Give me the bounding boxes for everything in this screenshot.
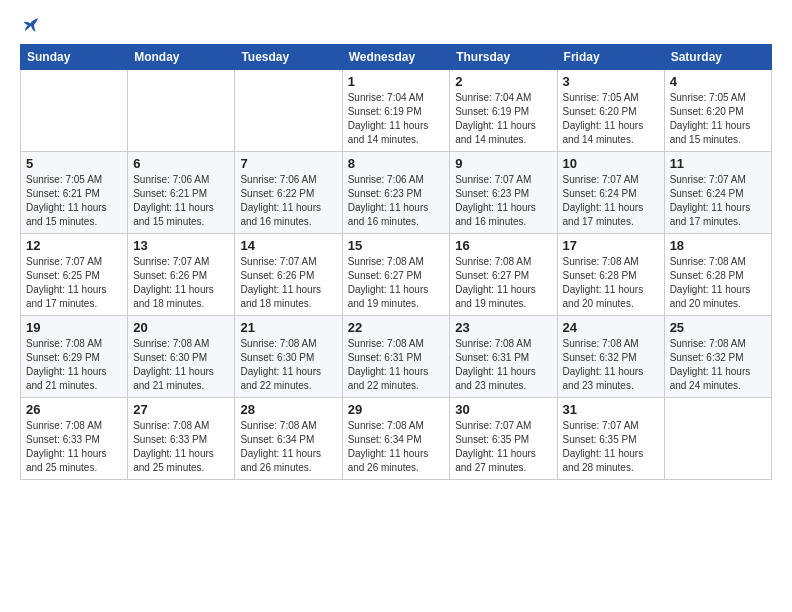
day-info: Sunrise: 7:08 AM Sunset: 6:29 PM Dayligh… (26, 337, 122, 393)
weekday-header-monday: Monday (128, 45, 235, 70)
week-row-5: 26Sunrise: 7:08 AM Sunset: 6:33 PM Dayli… (21, 398, 772, 480)
calendar-cell: 29Sunrise: 7:08 AM Sunset: 6:34 PM Dayli… (342, 398, 450, 480)
day-number: 25 (670, 320, 766, 335)
day-info: Sunrise: 7:08 AM Sunset: 6:34 PM Dayligh… (348, 419, 445, 475)
calendar-table: SundayMondayTuesdayWednesdayThursdayFrid… (20, 44, 772, 480)
calendar-cell: 20Sunrise: 7:08 AM Sunset: 6:30 PM Dayli… (128, 316, 235, 398)
calendar-cell: 7Sunrise: 7:06 AM Sunset: 6:22 PM Daylig… (235, 152, 342, 234)
day-info: Sunrise: 7:07 AM Sunset: 6:23 PM Dayligh… (455, 173, 551, 229)
calendar-cell: 28Sunrise: 7:08 AM Sunset: 6:34 PM Dayli… (235, 398, 342, 480)
day-info: Sunrise: 7:07 AM Sunset: 6:24 PM Dayligh… (563, 173, 659, 229)
weekday-header-wednesday: Wednesday (342, 45, 450, 70)
day-number: 9 (455, 156, 551, 171)
day-info: Sunrise: 7:07 AM Sunset: 6:26 PM Dayligh… (240, 255, 336, 311)
calendar-cell: 19Sunrise: 7:08 AM Sunset: 6:29 PM Dayli… (21, 316, 128, 398)
day-number: 31 (563, 402, 659, 417)
day-number: 19 (26, 320, 122, 335)
week-row-4: 19Sunrise: 7:08 AM Sunset: 6:29 PM Dayli… (21, 316, 772, 398)
day-info: Sunrise: 7:04 AM Sunset: 6:19 PM Dayligh… (348, 91, 445, 147)
day-info: Sunrise: 7:08 AM Sunset: 6:33 PM Dayligh… (133, 419, 229, 475)
calendar-cell: 12Sunrise: 7:07 AM Sunset: 6:25 PM Dayli… (21, 234, 128, 316)
day-number: 18 (670, 238, 766, 253)
calendar-cell: 22Sunrise: 7:08 AM Sunset: 6:31 PM Dayli… (342, 316, 450, 398)
day-info: Sunrise: 7:08 AM Sunset: 6:28 PM Dayligh… (670, 255, 766, 311)
day-info: Sunrise: 7:08 AM Sunset: 6:27 PM Dayligh… (348, 255, 445, 311)
day-number: 8 (348, 156, 445, 171)
calendar-cell (664, 398, 771, 480)
day-number: 11 (670, 156, 766, 171)
day-info: Sunrise: 7:05 AM Sunset: 6:20 PM Dayligh… (563, 91, 659, 147)
day-number: 30 (455, 402, 551, 417)
day-number: 7 (240, 156, 336, 171)
day-info: Sunrise: 7:04 AM Sunset: 6:19 PM Dayligh… (455, 91, 551, 147)
calendar-cell: 21Sunrise: 7:08 AM Sunset: 6:30 PM Dayli… (235, 316, 342, 398)
day-info: Sunrise: 7:08 AM Sunset: 6:31 PM Dayligh… (348, 337, 445, 393)
day-number: 5 (26, 156, 122, 171)
day-number: 28 (240, 402, 336, 417)
page-container: SundayMondayTuesdayWednesdayThursdayFrid… (0, 0, 792, 490)
weekday-header-thursday: Thursday (450, 45, 557, 70)
day-info: Sunrise: 7:06 AM Sunset: 6:21 PM Dayligh… (133, 173, 229, 229)
weekday-header-friday: Friday (557, 45, 664, 70)
calendar-cell: 4Sunrise: 7:05 AM Sunset: 6:20 PM Daylig… (664, 70, 771, 152)
day-number: 22 (348, 320, 445, 335)
day-number: 23 (455, 320, 551, 335)
day-number: 2 (455, 74, 551, 89)
day-number: 6 (133, 156, 229, 171)
day-info: Sunrise: 7:08 AM Sunset: 6:33 PM Dayligh… (26, 419, 122, 475)
day-info: Sunrise: 7:08 AM Sunset: 6:30 PM Dayligh… (133, 337, 229, 393)
day-number: 24 (563, 320, 659, 335)
calendar-cell: 5Sunrise: 7:05 AM Sunset: 6:21 PM Daylig… (21, 152, 128, 234)
calendar-cell: 11Sunrise: 7:07 AM Sunset: 6:24 PM Dayli… (664, 152, 771, 234)
day-info: Sunrise: 7:08 AM Sunset: 6:27 PM Dayligh… (455, 255, 551, 311)
day-info: Sunrise: 7:06 AM Sunset: 6:22 PM Dayligh… (240, 173, 336, 229)
calendar-cell: 31Sunrise: 7:07 AM Sunset: 6:35 PM Dayli… (557, 398, 664, 480)
calendar-cell: 25Sunrise: 7:08 AM Sunset: 6:32 PM Dayli… (664, 316, 771, 398)
day-info: Sunrise: 7:08 AM Sunset: 6:31 PM Dayligh… (455, 337, 551, 393)
day-number: 10 (563, 156, 659, 171)
calendar-cell: 6Sunrise: 7:06 AM Sunset: 6:21 PM Daylig… (128, 152, 235, 234)
day-info: Sunrise: 7:06 AM Sunset: 6:23 PM Dayligh… (348, 173, 445, 229)
calendar-cell: 1Sunrise: 7:04 AM Sunset: 6:19 PM Daylig… (342, 70, 450, 152)
logo-bird-icon (22, 16, 40, 34)
week-row-3: 12Sunrise: 7:07 AM Sunset: 6:25 PM Dayli… (21, 234, 772, 316)
calendar-cell (21, 70, 128, 152)
weekday-header-sunday: Sunday (21, 45, 128, 70)
calendar-cell: 9Sunrise: 7:07 AM Sunset: 6:23 PM Daylig… (450, 152, 557, 234)
day-number: 4 (670, 74, 766, 89)
day-info: Sunrise: 7:07 AM Sunset: 6:35 PM Dayligh… (455, 419, 551, 475)
day-number: 21 (240, 320, 336, 335)
calendar-cell: 14Sunrise: 7:07 AM Sunset: 6:26 PM Dayli… (235, 234, 342, 316)
day-info: Sunrise: 7:08 AM Sunset: 6:32 PM Dayligh… (563, 337, 659, 393)
weekday-header-tuesday: Tuesday (235, 45, 342, 70)
calendar-cell: 8Sunrise: 7:06 AM Sunset: 6:23 PM Daylig… (342, 152, 450, 234)
weekday-header-row: SundayMondayTuesdayWednesdayThursdayFrid… (21, 45, 772, 70)
calendar-cell: 23Sunrise: 7:08 AM Sunset: 6:31 PM Dayli… (450, 316, 557, 398)
day-info: Sunrise: 7:07 AM Sunset: 6:24 PM Dayligh… (670, 173, 766, 229)
day-number: 13 (133, 238, 229, 253)
calendar-cell: 3Sunrise: 7:05 AM Sunset: 6:20 PM Daylig… (557, 70, 664, 152)
calendar-cell: 2Sunrise: 7:04 AM Sunset: 6:19 PM Daylig… (450, 70, 557, 152)
calendar-cell: 13Sunrise: 7:07 AM Sunset: 6:26 PM Dayli… (128, 234, 235, 316)
day-number: 3 (563, 74, 659, 89)
day-info: Sunrise: 7:05 AM Sunset: 6:21 PM Dayligh… (26, 173, 122, 229)
day-number: 29 (348, 402, 445, 417)
day-info: Sunrise: 7:07 AM Sunset: 6:26 PM Dayligh… (133, 255, 229, 311)
day-number: 27 (133, 402, 229, 417)
week-row-2: 5Sunrise: 7:05 AM Sunset: 6:21 PM Daylig… (21, 152, 772, 234)
logo (20, 16, 40, 34)
day-info: Sunrise: 7:08 AM Sunset: 6:28 PM Dayligh… (563, 255, 659, 311)
calendar-cell: 27Sunrise: 7:08 AM Sunset: 6:33 PM Dayli… (128, 398, 235, 480)
day-info: Sunrise: 7:07 AM Sunset: 6:35 PM Dayligh… (563, 419, 659, 475)
calendar-cell: 18Sunrise: 7:08 AM Sunset: 6:28 PM Dayli… (664, 234, 771, 316)
calendar-cell (128, 70, 235, 152)
day-number: 17 (563, 238, 659, 253)
weekday-header-saturday: Saturday (664, 45, 771, 70)
calendar-cell (235, 70, 342, 152)
day-number: 12 (26, 238, 122, 253)
calendar-cell: 30Sunrise: 7:07 AM Sunset: 6:35 PM Dayli… (450, 398, 557, 480)
calendar-cell: 17Sunrise: 7:08 AM Sunset: 6:28 PM Dayli… (557, 234, 664, 316)
header (20, 16, 772, 34)
calendar-cell: 24Sunrise: 7:08 AM Sunset: 6:32 PM Dayli… (557, 316, 664, 398)
calendar-cell: 15Sunrise: 7:08 AM Sunset: 6:27 PM Dayli… (342, 234, 450, 316)
